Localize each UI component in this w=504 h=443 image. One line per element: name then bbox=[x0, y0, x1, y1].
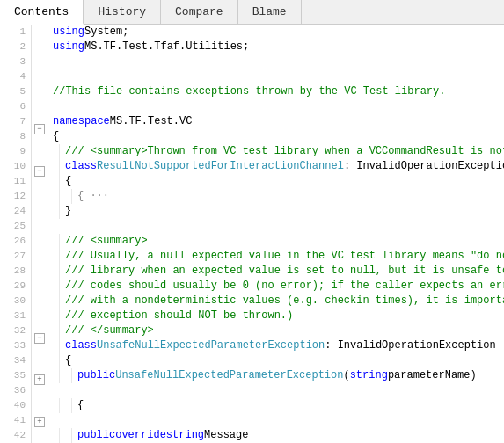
line-number: 1 bbox=[0, 25, 31, 40]
code-token: /// <summary>Thrown from VC test library… bbox=[65, 144, 504, 159]
gutter-row bbox=[32, 136, 49, 150]
gutter-row bbox=[32, 289, 49, 303]
code-token: /// Usually, a null expected value in th… bbox=[65, 249, 504, 264]
line-num-row: 36 bbox=[0, 383, 31, 398]
indent-guide bbox=[53, 144, 65, 159]
gutter-row bbox=[32, 206, 49, 220]
gutter-row: − bbox=[32, 122, 49, 136]
gutter-row bbox=[32, 80, 49, 94]
gutter-row bbox=[32, 67, 49, 81]
line-number: 25 bbox=[0, 219, 31, 234]
code-token: /// </summary> bbox=[65, 323, 154, 338]
collapse-button[interactable]: − bbox=[34, 124, 45, 134]
tab-contents[interactable]: Contents bbox=[0, 0, 84, 25]
code-line: /// with a nondeterministic values (e.g.… bbox=[53, 294, 504, 309]
line-num-row: 10 bbox=[0, 159, 31, 174]
line-num-row: 5 bbox=[0, 84, 31, 99]
tab-history[interactable]: History bbox=[84, 0, 161, 24]
expand-button[interactable]: + bbox=[34, 417, 45, 427]
code-token: MS.TF.Test.Tfaf.Utilities; bbox=[84, 40, 249, 54]
collapse-button[interactable]: − bbox=[34, 333, 45, 344]
indent-guide bbox=[53, 368, 65, 383]
line-number: 42 bbox=[0, 428, 31, 443]
code-token: : InvalidOperationException bbox=[344, 159, 504, 174]
indent-guide bbox=[53, 294, 65, 309]
line-num-row: 27 bbox=[0, 249, 31, 264]
line-number: 29 bbox=[0, 279, 31, 294]
code-line: } bbox=[53, 204, 504, 219]
indent-guide bbox=[53, 234, 65, 249]
indent-guide bbox=[53, 398, 65, 413]
tab-compare[interactable]: Compare bbox=[161, 0, 238, 24]
code-line bbox=[53, 219, 504, 234]
code-line: { ··· bbox=[53, 189, 504, 204]
line-number: 12 bbox=[0, 189, 31, 204]
line-num-row: 32 bbox=[0, 323, 31, 338]
gutter-row bbox=[32, 317, 49, 331]
code-token: { bbox=[53, 129, 59, 144]
indent-guide bbox=[53, 428, 65, 443]
code-line: /// exception should NOT be thrown.) bbox=[53, 309, 504, 323]
code-line: namespace MS.TF.Test.VC bbox=[53, 114, 504, 129]
code-line: { bbox=[53, 129, 504, 144]
indent-guide bbox=[53, 338, 65, 353]
gutter-row: − bbox=[32, 331, 49, 345]
line-number: 41 bbox=[0, 413, 31, 428]
line-number: 36 bbox=[0, 383, 31, 398]
indent-guide bbox=[65, 428, 77, 443]
line-number: 4 bbox=[0, 69, 31, 84]
line-num-row: 26 bbox=[0, 234, 31, 249]
tab-blame[interactable]: Blame bbox=[238, 0, 302, 24]
indent-guide bbox=[65, 368, 77, 383]
line-number: 9 bbox=[0, 144, 31, 159]
code-token: Message bbox=[204, 428, 248, 443]
code-token: /// library when an expected value is se… bbox=[65, 264, 504, 279]
line-number: 2 bbox=[0, 40, 31, 54]
indent-guide bbox=[53, 159, 65, 174]
gutter-area: −−−++ bbox=[32, 25, 49, 443]
gutter-row bbox=[32, 234, 49, 248]
line-num-row: 33 bbox=[0, 338, 31, 353]
line-numbers: 1234567891011122425262728293031323334353… bbox=[0, 25, 32, 443]
code-line bbox=[53, 99, 504, 114]
gutter-row bbox=[32, 39, 49, 53]
gutter-row bbox=[32, 275, 49, 289]
indent-guide bbox=[53, 309, 65, 323]
gutter-row bbox=[32, 387, 49, 401]
line-num-row: 7 bbox=[0, 114, 31, 129]
code-line: /// <summary>Thrown from VC test library… bbox=[53, 144, 504, 159]
line-num-row: 28 bbox=[0, 264, 31, 279]
code-line bbox=[53, 69, 504, 84]
line-number: 3 bbox=[0, 54, 31, 69]
code-line: /// codes should usually be 0 (no error)… bbox=[53, 279, 504, 294]
line-number: 28 bbox=[0, 264, 31, 279]
line-num-row: 41 bbox=[0, 413, 31, 428]
code-token: MS.TF.Test.VC bbox=[110, 114, 193, 129]
indent-guide bbox=[53, 189, 65, 204]
line-num-row: 30 bbox=[0, 294, 31, 309]
line-number: 24 bbox=[0, 204, 31, 219]
code-line bbox=[53, 383, 504, 398]
gutter-row bbox=[32, 345, 49, 359]
line-number: 32 bbox=[0, 323, 31, 338]
gutter-row bbox=[32, 262, 49, 276]
line-num-row: 2 bbox=[0, 40, 31, 54]
collapse-button[interactable]: − bbox=[34, 166, 45, 177]
indent-guide bbox=[65, 398, 77, 413]
code-line: /// </summary> bbox=[53, 323, 504, 338]
expand-button[interactable]: + bbox=[34, 374, 45, 385]
gutter-row bbox=[32, 401, 49, 415]
code-token: parameterName) bbox=[388, 368, 477, 383]
line-number: 30 bbox=[0, 294, 31, 309]
line-num-row: 3 bbox=[0, 54, 31, 69]
code-token: string bbox=[166, 428, 204, 443]
tab-bar: Contents History Compare Blame bbox=[0, 0, 504, 25]
line-num-row: 8 bbox=[0, 129, 31, 144]
gutter-row bbox=[32, 359, 49, 374]
code-line: class ResultNotSupportedForInteractionCh… bbox=[53, 159, 504, 174]
line-number: 33 bbox=[0, 338, 31, 353]
gutter-row bbox=[32, 248, 49, 262]
code-line: //This file contains exceptions thrown b… bbox=[53, 84, 504, 99]
indent-guide bbox=[53, 353, 65, 368]
gutter-row bbox=[32, 192, 49, 206]
